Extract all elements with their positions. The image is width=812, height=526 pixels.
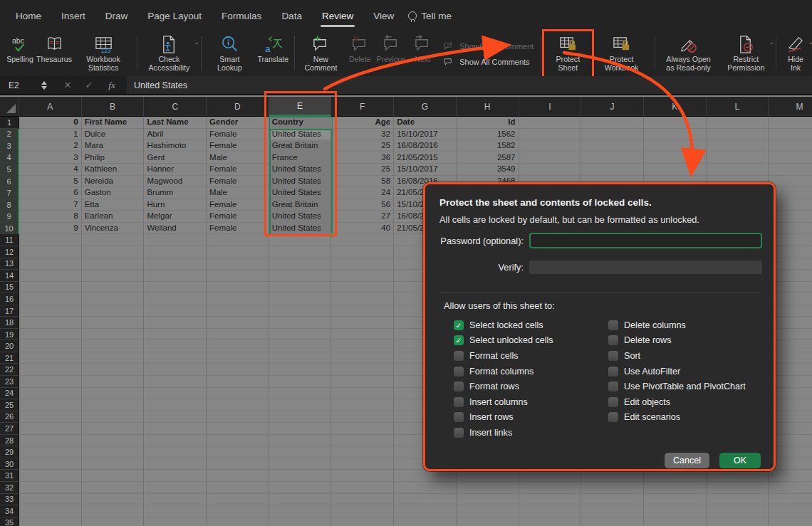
unchecked-checkbox[interactable] [454,412,464,422]
row-header-12[interactable]: 12 [0,246,19,258]
cell-E17[interactable] [269,305,332,317]
cell-A14[interactable] [19,270,82,282]
cell-F25[interactable] [331,399,394,411]
fx-icon[interactable]: fx [100,80,124,91]
cell-D26[interactable] [207,411,269,424]
cell-G5[interactable]: 15/10/2017 [394,164,457,176]
column-header-j[interactable]: J [581,97,644,117]
cell-I34[interactable] [519,505,582,517]
cell-C14[interactable] [144,270,207,282]
cell-E6[interactable]: United States [269,176,332,188]
cell-I2[interactable] [519,129,582,141]
tab-insert[interactable]: Insert [51,1,95,30]
cell-D22[interactable] [207,364,269,376]
cell-D7[interactable]: Male [207,187,269,199]
row-header-9[interactable]: 9 [0,211,19,223]
cell-C28[interactable] [144,435,207,447]
cell-F8[interactable]: 56 [331,199,394,211]
cell-D25[interactable] [207,399,269,411]
cell-B7[interactable]: Gaston [82,187,145,199]
cell-A15[interactable] [19,282,82,294]
option-insert-columns[interactable]: Insert columns [454,394,608,410]
cell-A29[interactable] [19,446,82,458]
cell-A18[interactable] [19,317,82,329]
cell-F7[interactable]: 24 [331,187,394,199]
cell-J4[interactable] [581,152,644,164]
row-header-2[interactable]: 2 [0,129,19,141]
cell-I35[interactable] [519,517,582,526]
option-edit-objects[interactable]: Edit objects [608,394,746,410]
cell-B28[interactable] [82,435,145,447]
cell-F20[interactable] [331,340,394,352]
cell-M2[interactable] [769,129,812,141]
cell-G4[interactable]: 21/05/2015 [394,152,457,164]
cell-K3[interactable] [644,140,707,152]
cell-L31[interactable] [707,470,769,482]
cell-A19[interactable] [19,329,82,341]
cell-E3[interactable]: Great Britain [269,140,332,152]
cell-F9[interactable]: 27 [331,211,394,223]
cell-F16[interactable] [331,293,394,305]
cell-J2[interactable] [581,129,644,141]
unchecked-checkbox[interactable] [608,335,618,345]
cell-B19[interactable] [82,329,145,341]
cell-D1[interactable]: Gender [207,117,269,129]
cell-F26[interactable] [331,411,394,424]
cell-A7[interactable]: 6 [19,187,82,199]
cell-B35[interactable] [82,517,145,526]
cell-A6[interactable]: 5 [19,176,82,188]
cell-B25[interactable] [82,399,145,411]
cell-A21[interactable] [19,352,82,364]
cell-B13[interactable] [82,258,145,270]
checked-checkbox[interactable]: ✓ [454,320,464,330]
unchecked-checkbox[interactable] [608,320,618,330]
cell-C21[interactable] [144,352,207,364]
cell-L33[interactable] [707,494,769,506]
show-hide-comment-button[interactable]: Show/Hide Comment [442,41,533,51]
thesaurus-button[interactable]: Thesaurus [36,31,73,76]
unchecked-checkbox[interactable] [608,412,618,422]
cell-A11[interactable] [19,234,82,246]
cell-C2[interactable]: Abril [144,129,207,141]
cell-D2[interactable]: Female [207,129,269,141]
cell-C19[interactable] [144,329,207,341]
option-format-rows[interactable]: Format rows [454,379,608,394]
cell-M1[interactable] [769,117,812,129]
cell-F28[interactable] [331,435,394,447]
cell-B2[interactable]: Dulce [82,129,145,141]
column-header-d[interactable]: D [207,97,269,117]
spelling-button[interactable]: abcSpelling [4,31,36,76]
cell-C17[interactable] [144,305,207,317]
unchecked-checkbox[interactable] [608,397,618,407]
cell-K31[interactable] [644,470,707,482]
cell-B21[interactable] [82,352,145,364]
cell-A3[interactable]: 2 [19,140,82,152]
cell-E1[interactable]: Country [269,117,332,129]
row-header-10[interactable]: 10 [0,223,19,235]
cell-M4[interactable] [769,152,812,164]
cell-I3[interactable] [519,140,582,152]
cell-C31[interactable] [144,470,207,482]
row-header-16[interactable]: 16 [0,293,19,305]
cell-M5[interactable] [769,164,812,176]
column-header-i[interactable]: I [519,97,582,117]
cell-F15[interactable] [331,282,394,294]
tab-formulas[interactable]: Formulas [212,1,271,30]
cell-E35[interactable] [269,517,332,526]
cell-L3[interactable] [707,140,769,152]
cell-L35[interactable] [707,517,769,526]
row-header-34[interactable]: 34 [0,505,19,517]
cell-B6[interactable]: Nereida [82,176,145,188]
unchecked-checkbox[interactable] [454,367,464,377]
cell-A9[interactable]: 8 [19,211,82,223]
cell-C25[interactable] [144,399,207,411]
cell-F17[interactable] [331,305,394,317]
cell-K2[interactable] [644,129,707,141]
cell-E12[interactable] [269,246,332,258]
cell-C35[interactable] [144,517,207,526]
cell-M35[interactable] [769,517,812,526]
cell-B1[interactable]: First Name [82,117,145,129]
row-header-5[interactable]: 5 [0,164,19,176]
row-header-20[interactable]: 20 [0,340,19,352]
cell-D31[interactable] [207,470,269,482]
